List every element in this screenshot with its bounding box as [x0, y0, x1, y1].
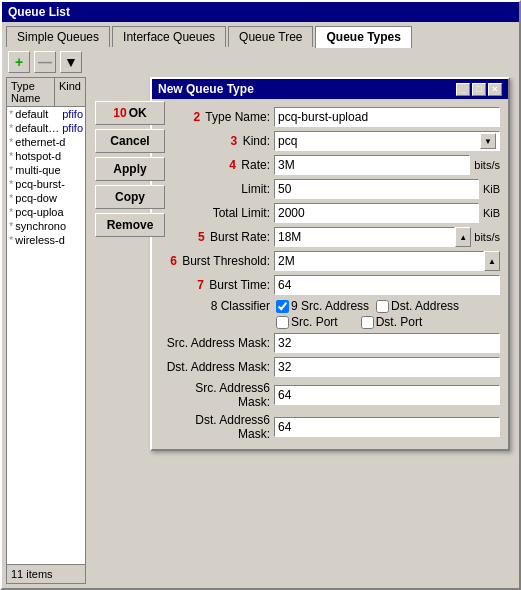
- type-name-input[interactable]: [274, 107, 500, 127]
- dst-port-label: Dst. Port: [376, 315, 423, 329]
- tab-bar: Simple Queues Interface Queues Queue Tre…: [2, 22, 519, 47]
- list-item[interactable]: * hotspot-d: [7, 149, 85, 163]
- rate-input-group: bits/s: [274, 155, 500, 175]
- classifier-row: 8 Classifier 9 Src. Address: [160, 299, 500, 329]
- burst-rate-input[interactable]: [274, 227, 455, 247]
- kind-select[interactable]: pcq ▼: [274, 131, 500, 151]
- title-bar: Queue List: [2, 2, 519, 22]
- dialog-minimize-button[interactable]: _: [456, 83, 470, 96]
- tab-simple-queues[interactable]: Simple Queues: [6, 26, 110, 47]
- list-item[interactable]: * pcq-uploa: [7, 205, 85, 219]
- cancel-button[interactable]: Cancel: [95, 129, 165, 153]
- list-footer: 11 items: [7, 564, 85, 583]
- kind-select-value: pcq: [278, 134, 297, 148]
- classifier-checkboxes-1: 9 Src. Address Dst. Address: [276, 299, 459, 313]
- limit-input[interactable]: [274, 179, 479, 199]
- list-item[interactable]: * wireless-d: [7, 233, 85, 247]
- dst-address-checkbox[interactable]: [376, 300, 389, 313]
- src-address-mask-row: Src. Address Mask:: [160, 333, 500, 353]
- dialog-close-button[interactable]: ×: [488, 83, 502, 96]
- dst-address-mask-input[interactable]: [274, 357, 500, 377]
- copy-button[interactable]: Copy: [95, 185, 165, 209]
- dialog-maximize-button[interactable]: □: [472, 83, 486, 96]
- list-item[interactable]: * default-small pfifo: [7, 121, 85, 135]
- total-limit-row: Total Limit: KiB: [160, 203, 500, 223]
- main-window: Queue List Simple Queues Interface Queue…: [0, 0, 521, 590]
- classifier-line-2: Src. Port Dst. Port: [160, 315, 500, 329]
- total-limit-label: Total Limit:: [160, 206, 270, 220]
- burst-time-row: 7 Burst Time:: [160, 275, 500, 295]
- src-address6-mask-input[interactable]: [274, 385, 500, 405]
- burst-rate-row: 5 Burst Rate: ▲ bits/s: [160, 227, 500, 247]
- burst-threshold-label: 6 Burst Threshold:: [160, 254, 270, 268]
- kind-label: 3 Kind:: [160, 134, 270, 148]
- rate-row: 4 Rate: bits/s: [160, 155, 500, 175]
- dst-address-label: Dst. Address: [391, 299, 459, 313]
- total-limit-unit: KiB: [483, 207, 500, 219]
- kind-dropdown-arrow[interactable]: ▼: [480, 133, 496, 149]
- add-button[interactable]: +: [8, 51, 30, 73]
- src-address-checkbox[interactable]: [276, 300, 289, 313]
- dialog-side-buttons: 10 OK Cancel Apply Copy Remove: [95, 77, 165, 237]
- list-item[interactable]: * pcq-burst-: [7, 177, 85, 191]
- burst-threshold-input[interactable]: [274, 251, 484, 271]
- src-address-label: 9 Src. Address: [291, 299, 369, 313]
- src-address6-mask-label: Src. Address6 Mask:: [160, 381, 270, 409]
- dst-address6-mask-row: Dst. Address6 Mask:: [160, 413, 500, 441]
- list-item[interactable]: * synchrono: [7, 219, 85, 233]
- limit-input-group: KiB: [274, 179, 500, 199]
- list-items[interactable]: * default pfifo * default-small pfifo * …: [7, 107, 85, 564]
- rate-label: 4 Rate:: [160, 158, 270, 172]
- type-name-row: 2 Type Name:: [160, 107, 500, 127]
- list-item[interactable]: * pcq-dow: [7, 191, 85, 205]
- total-limit-input[interactable]: [274, 203, 479, 223]
- rate-input[interactable]: [274, 155, 470, 175]
- burst-threshold-row: 6 Burst Threshold: ▲: [160, 251, 500, 271]
- burst-threshold-up-arrow[interactable]: ▲: [484, 251, 500, 271]
- filter-button[interactable]: ▼: [60, 51, 82, 73]
- col-type-name: Type Name: [7, 78, 55, 106]
- kind-row: 3 Kind: pcq ▼: [160, 131, 500, 151]
- list-header: Type Name Kind: [7, 78, 85, 107]
- classifier-line-1: 8 Classifier 9 Src. Address: [160, 299, 500, 313]
- toolbar: + — ▼: [2, 47, 519, 77]
- burst-rate-input-group: ▲ bits/s: [274, 227, 500, 247]
- src-port-label: Src. Port: [291, 315, 338, 329]
- src-address6-mask-row: Src. Address6 Mask:: [160, 381, 500, 409]
- list-item[interactable]: * ethernet-d: [7, 135, 85, 149]
- list-item[interactable]: * default pfifo: [7, 107, 85, 121]
- tab-queue-types[interactable]: Queue Types: [315, 26, 411, 48]
- apply-button[interactable]: Apply: [95, 157, 165, 181]
- src-port-checkbox-item: Src. Port: [276, 315, 338, 329]
- dialog-body: 2 Type Name: 3 Kind: pcq ▼: [152, 99, 508, 449]
- limit-label: Limit:: [160, 182, 270, 196]
- burst-rate-label: 5 Burst Rate:: [160, 230, 270, 244]
- burst-rate-unit: bits/s: [474, 231, 500, 243]
- col-kind: Kind: [55, 78, 85, 106]
- dst-address6-mask-input[interactable]: [274, 417, 500, 437]
- dst-address-mask-label: Dst. Address Mask:: [160, 360, 270, 374]
- type-name-label: 2 Type Name:: [160, 110, 270, 124]
- burst-time-input[interactable]: [274, 275, 500, 295]
- filter-icon: ▼: [64, 54, 78, 70]
- src-address-mask-input[interactable]: [274, 333, 500, 353]
- src-address-checkbox-item: 9 Src. Address: [276, 299, 369, 313]
- dst-port-checkbox[interactable]: [361, 316, 374, 329]
- list-item[interactable]: * multi-que: [7, 163, 85, 177]
- new-queue-type-dialog: New Queue Type _ □ × 2 Type Name:: [150, 77, 510, 451]
- burst-threshold-input-group: ▲: [274, 251, 500, 271]
- burst-time-label: 7 Burst Time:: [160, 278, 270, 292]
- tab-queue-tree[interactable]: Queue Tree: [228, 26, 313, 47]
- limit-row: Limit: KiB: [160, 179, 500, 199]
- burst-rate-up-arrow[interactable]: ▲: [455, 227, 471, 247]
- src-port-checkbox[interactable]: [276, 316, 289, 329]
- ok-button[interactable]: 10 OK: [95, 101, 165, 125]
- remove-button-dialog[interactable]: Remove: [95, 213, 165, 237]
- tab-interface-queues[interactable]: Interface Queues: [112, 26, 226, 47]
- remove-button[interactable]: —: [34, 51, 56, 73]
- dst-address-mask-row: Dst. Address Mask:: [160, 357, 500, 377]
- total-limit-input-group: KiB: [274, 203, 500, 223]
- list-panel: Type Name Kind * default pfifo * default…: [6, 77, 86, 584]
- dialog-title-buttons: _ □ ×: [456, 83, 502, 96]
- dialog-title-text: New Queue Type: [158, 82, 254, 96]
